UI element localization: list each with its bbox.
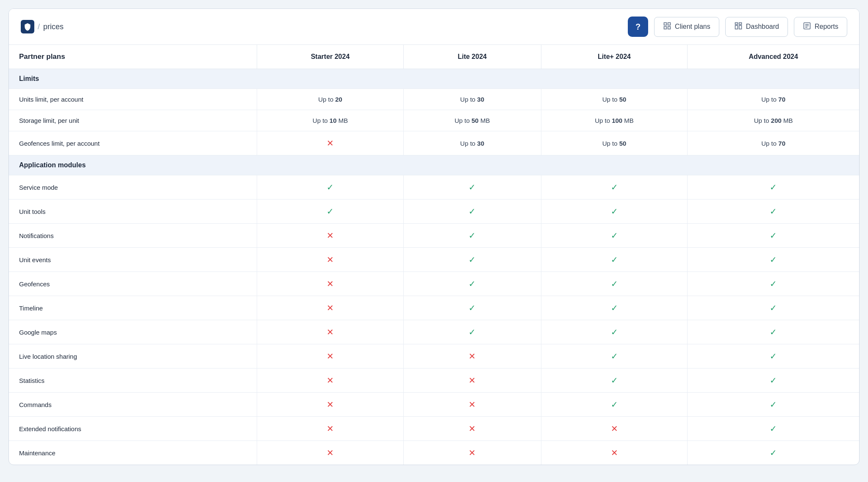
feature-cell: Google maps bbox=[9, 320, 257, 344]
cell-advanced: ✓ bbox=[688, 224, 859, 248]
breadcrumb-page: prices bbox=[43, 22, 64, 31]
feature-cell: Notifications bbox=[9, 224, 257, 248]
table-row: Extended notifications✕✕✕✓ bbox=[9, 417, 859, 441]
col-lite: Lite 2024 bbox=[403, 45, 541, 69]
cell-advanced: Up to 70 bbox=[688, 89, 859, 110]
section-label-limits: Limits bbox=[9, 69, 859, 89]
check-icon: ✓ bbox=[770, 231, 777, 240]
svg-rect-3 bbox=[668, 26, 671, 29]
check-icon: ✓ bbox=[611, 327, 618, 337]
cell-starter: ✓ bbox=[257, 175, 403, 199]
bold-value: 100 bbox=[612, 117, 622, 124]
cell-starter: ✕ bbox=[257, 320, 403, 344]
cell-lite_plus: Up to 50 bbox=[541, 89, 688, 110]
svg-rect-1 bbox=[668, 22, 671, 25]
svg-rect-5 bbox=[739, 22, 741, 24]
cell-starter: ✕ bbox=[257, 131, 403, 155]
cell-starter: ✕ bbox=[257, 272, 403, 296]
table-row: Geofences✕✓✓✓ bbox=[9, 272, 859, 296]
cell-lite: ✓ bbox=[403, 248, 541, 272]
reports-label: Reports bbox=[815, 23, 838, 30]
cell-lite_plus: ✓ bbox=[541, 368, 688, 393]
feature-cell: Live location sharing bbox=[9, 344, 257, 368]
check-icon: ✓ bbox=[770, 303, 777, 313]
check-icon: ✓ bbox=[469, 183, 476, 192]
cell-lite_plus: ✓ bbox=[541, 320, 688, 344]
feature-cell: Units limit, per account bbox=[9, 89, 257, 110]
svg-rect-4 bbox=[735, 22, 738, 24]
shield-icon bbox=[21, 20, 34, 33]
dashboard-icon bbox=[734, 22, 743, 32]
check-icon: ✓ bbox=[770, 183, 777, 192]
table-row: Unit tools✓✓✓✓ bbox=[9, 199, 859, 224]
cross-icon: ✕ bbox=[327, 139, 334, 148]
check-icon: ✓ bbox=[469, 327, 476, 337]
cell-lite: ✓ bbox=[403, 320, 541, 344]
client-plans-icon bbox=[663, 22, 671, 32]
breadcrumb-separator: / bbox=[38, 22, 40, 31]
cell-lite_plus: ✓ bbox=[541, 393, 688, 417]
pricing-table: Partner plans Starter 2024 Lite 2024 Lit… bbox=[9, 45, 859, 465]
bold-value: 50 bbox=[619, 140, 627, 147]
check-icon: ✓ bbox=[611, 303, 618, 313]
check-icon: ✓ bbox=[611, 207, 618, 216]
cell-advanced: ✓ bbox=[688, 199, 859, 224]
check-icon: ✓ bbox=[770, 327, 777, 337]
feature-cell: Unit tools bbox=[9, 199, 257, 224]
cell-lite: ✕ bbox=[403, 441, 541, 465]
col-starter: Starter 2024 bbox=[257, 45, 403, 69]
cross-icon: ✕ bbox=[611, 424, 618, 433]
check-icon: ✓ bbox=[770, 279, 777, 288]
dashboard-label: Dashboard bbox=[746, 23, 779, 30]
cell-lite: ✓ bbox=[403, 175, 541, 199]
svg-rect-6 bbox=[735, 25, 738, 29]
check-icon: ✓ bbox=[469, 279, 476, 288]
check-icon: ✓ bbox=[469, 303, 476, 313]
check-icon: ✓ bbox=[327, 207, 334, 216]
dashboard-button[interactable]: Dashboard bbox=[725, 17, 788, 37]
bold-value: 30 bbox=[477, 140, 484, 147]
cell-advanced: ✓ bbox=[688, 272, 859, 296]
bold-value: 50 bbox=[471, 117, 479, 124]
cell-lite: ✕ bbox=[403, 344, 541, 368]
check-icon: ✓ bbox=[611, 400, 618, 409]
cell-advanced: ✓ bbox=[688, 393, 859, 417]
col-advanced: Advanced 2024 bbox=[688, 45, 859, 69]
check-icon: ✓ bbox=[611, 352, 618, 361]
table-row: Units limit, per accountUp to 20Up to 30… bbox=[9, 89, 859, 110]
feature-cell: Maintenance bbox=[9, 441, 257, 465]
svg-rect-2 bbox=[664, 26, 667, 29]
cross-icon: ✕ bbox=[327, 352, 334, 361]
cell-lite: ✓ bbox=[403, 224, 541, 248]
cell-starter: ✕ bbox=[257, 296, 403, 320]
cross-icon: ✕ bbox=[327, 376, 334, 385]
cell-lite: ✕ bbox=[403, 393, 541, 417]
col-lite-plus: Lite+ 2024 bbox=[541, 45, 688, 69]
feature-cell: Unit events bbox=[9, 248, 257, 272]
cell-lite: Up to 30 bbox=[403, 131, 541, 155]
client-plans-button[interactable]: Client plans bbox=[654, 17, 719, 37]
table-row: Service mode✓✓✓✓ bbox=[9, 175, 859, 199]
reports-button[interactable]: Reports bbox=[794, 17, 847, 37]
cell-starter: Up to 10 MB bbox=[257, 110, 403, 131]
bold-value: 20 bbox=[335, 96, 342, 103]
cell-starter: ✕ bbox=[257, 368, 403, 393]
col-feature: Partner plans bbox=[9, 45, 257, 69]
help-button[interactable]: ? bbox=[628, 17, 648, 37]
header-actions: ? Client plans bbox=[628, 17, 847, 37]
cross-icon: ✕ bbox=[327, 448, 334, 457]
cell-starter: ✓ bbox=[257, 199, 403, 224]
cross-icon: ✕ bbox=[327, 279, 334, 288]
cross-icon: ✕ bbox=[469, 400, 476, 409]
cell-lite_plus: ✕ bbox=[541, 417, 688, 441]
cell-starter: ✕ bbox=[257, 393, 403, 417]
feature-cell: Timeline bbox=[9, 296, 257, 320]
cell-lite_plus: ✕ bbox=[541, 441, 688, 465]
reports-icon bbox=[803, 22, 811, 32]
check-icon: ✓ bbox=[770, 376, 777, 385]
bold-value: 30 bbox=[477, 96, 484, 103]
feature-cell: Statistics bbox=[9, 368, 257, 393]
check-icon: ✓ bbox=[469, 231, 476, 240]
client-plans-label: Client plans bbox=[675, 23, 710, 30]
cross-icon: ✕ bbox=[469, 424, 476, 433]
